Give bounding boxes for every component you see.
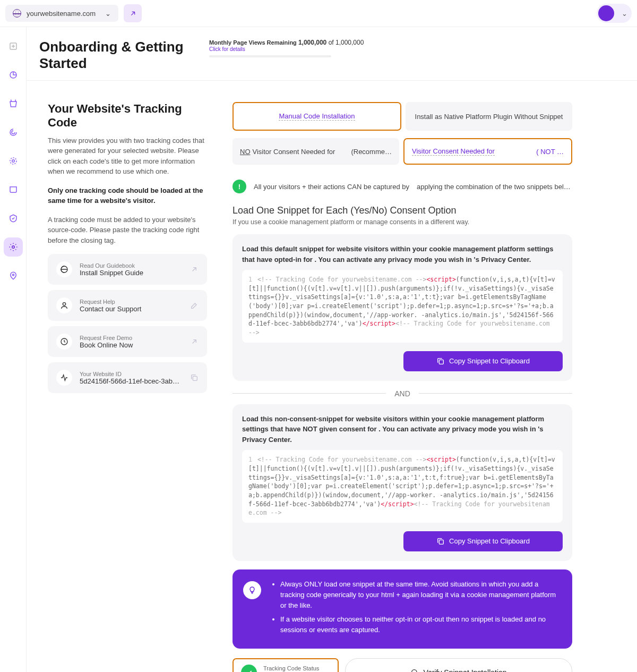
svg-rect-9 (193, 377, 197, 381)
page-header: Onboarding & Getting Started Monthly Pag… (27, 27, 637, 81)
avatar (598, 5, 614, 21)
tab-consent-needed[interactable]: Visitor Consent Needed for ( NOT … (403, 138, 572, 165)
nav-item-2[interactable] (4, 65, 23, 84)
tracking-status: Tracking Code Status Successfully Instal… (233, 658, 339, 672)
tip-box: Always ONLY load one snippet at the same… (233, 569, 572, 649)
svg-point-7 (63, 303, 65, 305)
page-views-stats[interactable]: Monthly Page Views Remaining 1,000,000 o… (209, 39, 364, 57)
card-website-id[interactable]: Your Website ID5d24156f-566d-11ef-bcec-3… (48, 362, 207, 393)
user-menu[interactable]: ⌄ (597, 4, 632, 23)
code-block-2[interactable]: 1<!-- Tracking Code for yourwebsitename.… (242, 450, 563, 523)
progress-bar (209, 55, 331, 57)
info-bar: ! All your visitors + their actions CAN … (233, 172, 572, 201)
code-block-1[interactable]: 1<!-- Tracking Code for yourwebsitename.… (242, 270, 563, 343)
status-row: Tracking Code Status Successfully Instal… (233, 658, 572, 672)
activity-icon (56, 370, 72, 386)
nav-item-4[interactable] (4, 123, 23, 142)
tab-no-consent[interactable]: NOVisitor Consent Needed for (Recomme… (233, 138, 399, 165)
svg-point-3 (10, 158, 16, 164)
site-selector[interactable]: yourwebsitename.com ⌄ (5, 5, 118, 22)
book-icon (56, 261, 72, 277)
topbar: yourwebsitename.com ⌄ ⌄ (0, 0, 637, 27)
open-external-button[interactable] (124, 4, 142, 22)
copy-snippet-button[interactable]: Copy Snippet to Clipboard (403, 531, 563, 551)
globe-icon (13, 9, 21, 18)
nav-item-3[interactable] (4, 94, 23, 113)
left-column: Your Website's Tracking Code This view p… (48, 102, 207, 398)
snippet-box-default: Load this default snippet for website vi… (233, 234, 572, 381)
card-support[interactable]: Request HelpContact our Support (48, 290, 207, 321)
and-divider: AND (233, 389, 572, 398)
svg-point-5 (12, 274, 14, 276)
svg-rect-10 (439, 360, 443, 364)
svg-point-12 (412, 669, 417, 672)
nav-item-6[interactable] (4, 180, 23, 199)
edit-icon (190, 301, 199, 310)
svg-point-2 (12, 160, 14, 163)
card-guidebook[interactable]: Read Our GuidebookInstall Snippet Guide (48, 254, 207, 285)
snippet-box-nonconsent: Load this non-consent-snippet for websit… (233, 404, 572, 561)
nav-item-5[interactable] (4, 151, 23, 171)
nav-item-7[interactable] (4, 209, 23, 228)
clock-icon (56, 334, 72, 350)
copy-icon (190, 373, 199, 382)
section-desc: If you use a cookie management platform … (233, 218, 572, 226)
site-name: yourwebsitename.com (27, 10, 96, 18)
chevron-down-icon: ⌄ (622, 10, 627, 18)
section-title: Your Website's Tracking Code (48, 102, 207, 130)
external-link-icon (190, 337, 199, 346)
consent-tabs: NOVisitor Consent Needed for (Recomme… V… (233, 138, 572, 165)
page-title: Onboarding & Getting Started (39, 39, 209, 72)
external-link-icon (190, 265, 199, 274)
section-heading: Load One Snippet for Each (Yes/No) Conse… (233, 205, 572, 216)
check-icon (241, 665, 257, 672)
right-column: Manual Code Installation Install as Nati… (233, 102, 572, 672)
install-tabs: Manual Code Installation Install as Nati… (233, 102, 572, 131)
info-icon: ! (233, 180, 246, 193)
card-demo[interactable]: Request Free DemoBook Online Now (48, 326, 207, 357)
main-area: Onboarding & Getting Started Monthly Pag… (27, 27, 637, 672)
copy-snippet-button[interactable]: Copy Snippet to Clipboard (403, 351, 563, 371)
nav-item-settings[interactable] (4, 237, 23, 257)
verify-button[interactable]: Verify Snippet Installation (345, 658, 572, 672)
tab-manual-install[interactable]: Manual Code Installation (233, 102, 401, 131)
nav-rail (0, 27, 27, 672)
chevron-down-icon: ⌄ (105, 10, 111, 18)
user-icon (56, 297, 72, 313)
svg-point-4 (12, 246, 14, 249)
nav-item-1[interactable] (4, 37, 23, 56)
nav-item-9[interactable] (4, 266, 23, 285)
lightbulb-icon (243, 581, 261, 599)
tab-platform-plugin[interactable]: Install as Native Platform Plugin Withou… (406, 102, 572, 131)
svg-rect-11 (439, 540, 443, 544)
